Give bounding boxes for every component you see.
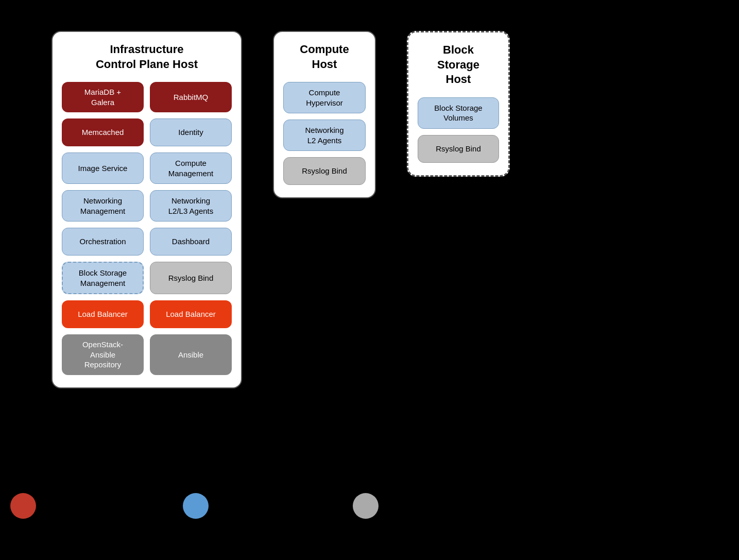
svc-mariadb-galera: MariaDB +Galera: [62, 82, 144, 112]
svc-rabbitmq: RabbitMQ: [150, 82, 232, 112]
compute-host-title: ComputeHost: [300, 42, 349, 72]
infra-host-container: InfrastructureControl Plane Host MariaDB…: [51, 31, 242, 388]
svc-rsyslog-bind-compute: Rsyslog Bind: [283, 157, 366, 185]
block-storage-services-col: Block StorageVolumes Rsyslog Bind: [418, 97, 499, 163]
svc-load-balancer-1: Load Balancer: [62, 300, 144, 328]
svc-openstack-ansible-repo: OpenStack-AnsibleRepository: [62, 334, 144, 375]
infra-host-title: InfrastructureControl Plane Host: [96, 42, 198, 72]
compute-host-container: ComputeHost ComputeHypervisor Networking…: [273, 31, 376, 198]
svc-compute-management: ComputeManagement: [150, 152, 232, 184]
block-storage-host-container: BlockStorageHost Block StorageVolumes Rs…: [407, 31, 510, 177]
legend-circle-red: [10, 493, 36, 519]
svc-orchestration: Orchestration: [62, 228, 144, 256]
svc-rsyslog-bind-infra: Rsyslog Bind: [150, 262, 232, 294]
svc-dashboard: Dashboard: [150, 228, 232, 256]
svc-block-storage-volumes: Block StorageVolumes: [418, 97, 499, 129]
svc-image-service: Image Service: [62, 152, 144, 184]
svc-identity: Identity: [150, 118, 232, 146]
legend-area: [0, 493, 379, 519]
svc-block-storage-management: Block StorageManagement: [62, 262, 144, 294]
svc-load-balancer-2: Load Balancer: [150, 300, 232, 328]
infra-services-grid: MariaDB +Galera RabbitMQ Memcached Ident…: [62, 82, 232, 375]
svc-networking-management: NetworkingManagement: [62, 190, 144, 222]
compute-services-col: ComputeHypervisor NetworkingL2 Agents Rs…: [283, 82, 366, 185]
svc-rsyslog-bind-block: Rsyslog Bind: [418, 135, 499, 163]
block-storage-host-title: BlockStorageHost: [437, 43, 479, 87]
svc-networking-l2-agents: NetworkingL2 Agents: [283, 120, 366, 151]
legend-circle-gray: [353, 493, 379, 519]
diagram-area: InfrastructureControl Plane Host MariaDB…: [51, 31, 510, 388]
svc-compute-hypervisor: ComputeHypervisor: [283, 82, 366, 113]
legend-circle-blue: [183, 493, 209, 519]
svc-ansible: Ansible: [150, 334, 232, 375]
svc-memcached: Memcached: [62, 118, 144, 146]
svc-networking-l2l3: NetworkingL2/L3 Agents: [150, 190, 232, 222]
